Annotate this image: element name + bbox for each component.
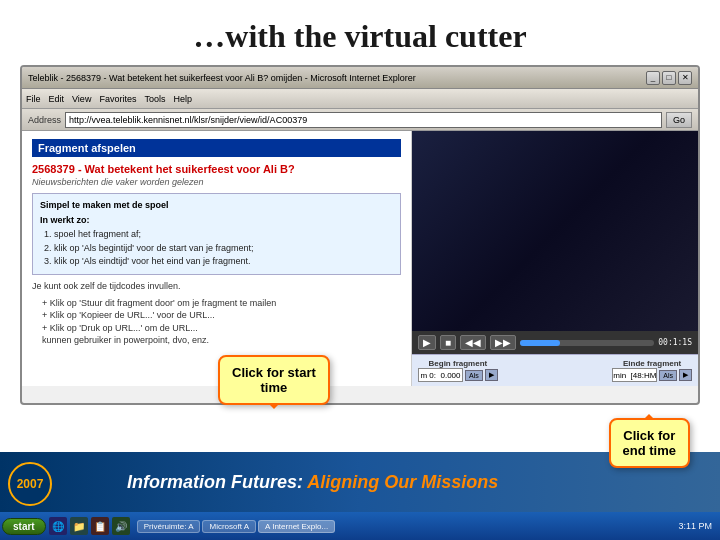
logo-text-block: Information Futures: Aligning Our Missio… (127, 472, 498, 493)
taskbar-clock: 3:11 PM (672, 521, 718, 531)
instructions-header: Simpel te maken met de spoel (40, 199, 393, 212)
menu-file[interactable]: File (26, 94, 41, 104)
progress-bar[interactable] (520, 340, 654, 346)
end-fragment-section: Einde fragment Als ▶ (612, 359, 692, 382)
bullet-4: kunnen gebruiker in powerpoint, dvo, enz… (42, 334, 401, 347)
step-2: klik op 'Als begintijd' voor de start va… (54, 242, 393, 255)
taskbar-icon-4: 🔊 (112, 517, 130, 535)
logo-aligning: Aligning Our Missions (307, 472, 498, 492)
browser-content: Fragment afspelen 2568379 - Wat betekent… (22, 131, 698, 386)
taskbar: start 🌐 📁 📋 🔊 Privéruimte: A Microsoft A… (0, 512, 720, 540)
browser-window-buttons: _ □ ✕ (646, 71, 692, 85)
end-fragment-input-row: Als ▶ (612, 368, 692, 382)
logo-space (65, 457, 115, 507)
toolbar-menu-items: File Edit View Favorites Tools Help (26, 94, 192, 104)
left-panel: Fragment afspelen 2568379 - Wat betekent… (22, 131, 412, 386)
taskbar-items: Privéruimte: A Microsoft A A Internet Ex… (137, 520, 670, 533)
end-fragment-label: Einde fragment (623, 359, 681, 368)
play-button[interactable]: ▶ (418, 335, 436, 350)
bullet-1: + Klik op 'Stuur dit fragment door' om j… (42, 297, 401, 310)
prev-button[interactable]: ◀◀ (460, 335, 486, 350)
begin-fragment-label: Begin fragment (429, 359, 488, 368)
menu-edit[interactable]: Edit (49, 94, 65, 104)
address-input[interactable] (65, 112, 662, 128)
close-button[interactable]: ✕ (678, 71, 692, 85)
taskbar-icon-2: 📁 (70, 517, 88, 535)
taskbar-system-icons: 🌐 📁 📋 🔊 (49, 517, 130, 535)
begin-fragment-section: Begin fragment Als ▶ (418, 359, 498, 382)
begin-fragment-input[interactable] (418, 368, 463, 382)
logo-information: Information Futures: (127, 472, 307, 492)
next-button[interactable]: ▶▶ (490, 335, 516, 350)
year-text: 2007 (17, 477, 44, 491)
bullet-2: + Klik op 'Kopieer de URL...' voor de UR… (42, 309, 401, 322)
article-title: 2568379 - Wat betekent het suikerfeest v… (32, 163, 401, 175)
right-panel: ▶ ■ ◀◀ ▶▶ 00:1:1S Begin fragment Als ▶ (412, 131, 698, 386)
taskbar-icon-3: 📋 (91, 517, 109, 535)
video-placeholder (412, 131, 698, 331)
address-label: Address (28, 115, 61, 125)
callout-start-time[interactable]: Click for starttime (218, 355, 330, 405)
menu-favorites[interactable]: Favorites (99, 94, 136, 104)
end-fragment-input[interactable] (612, 368, 657, 382)
begin-fragment-input-row: Als ▶ (418, 368, 498, 382)
begin-extra-button[interactable]: ▶ (485, 369, 498, 381)
browser-title-text: Teleblik - 2568379 - Wat betekent het su… (28, 73, 646, 83)
stop-button[interactable]: ■ (440, 335, 456, 350)
video-screen (412, 131, 698, 331)
menu-view[interactable]: View (72, 94, 91, 104)
step-3: klik op 'Als eindtijd' voor het eind van… (54, 255, 393, 268)
start-button[interactable]: start (2, 518, 46, 535)
end-extra-button[interactable]: ▶ (679, 369, 692, 381)
taskbar-item-1[interactable]: Privéruimte: A (137, 520, 201, 533)
bullet-3: + Klik op 'Druk op URL...' om de URL... (42, 322, 401, 335)
end-set-button[interactable]: Als (659, 370, 677, 381)
bullet-list: + Klik op 'Stuur dit fragment door' om j… (42, 297, 401, 347)
instructions-box: Simpel te maken met de spoel In werkt zo… (32, 193, 401, 275)
minimize-button[interactable]: _ (646, 71, 660, 85)
menu-tools[interactable]: Tools (144, 94, 165, 104)
maximize-button[interactable]: □ (662, 71, 676, 85)
browser-addressbar: Address Go (22, 109, 698, 131)
browser-toolbar: File Edit View Favorites Tools Help (22, 89, 698, 109)
slide-title: …with the virtual cutter (0, 0, 720, 65)
taskbar-icon-1: 🌐 (49, 517, 67, 535)
year-badge: 2007 (8, 462, 52, 506)
browser-titlebar: Teleblik - 2568379 - Wat betekent het su… (22, 67, 698, 89)
extra-text: Je kunt ook zelf de tijdcodes invullen. (32, 280, 401, 293)
browser-window: Teleblik - 2568379 - Wat betekent het su… (20, 65, 700, 405)
go-button[interactable]: Go (666, 112, 692, 128)
article-subtitle: Nieuwsberichten die vaker worden gelezen (32, 177, 401, 187)
fragment-controls: Begin fragment Als ▶ Einde fragment Als … (412, 354, 698, 386)
taskbar-item-3[interactable]: A Internet Explo... (258, 520, 335, 533)
menu-help[interactable]: Help (173, 94, 192, 104)
instructions-subheader: In werkt zo: (40, 214, 393, 227)
begin-set-button[interactable]: Als (465, 370, 483, 381)
time-display: 00:1:1S (658, 338, 692, 347)
steps-list: spoel het fragment af; klik op 'Als begi… (54, 228, 393, 268)
taskbar-item-2[interactable]: Microsoft A (202, 520, 256, 533)
step-1: spoel het fragment af; (54, 228, 393, 241)
callout-end-time[interactable]: Click forend time (609, 418, 690, 468)
progress-fill (520, 340, 560, 346)
fragment-title-bar: Fragment afspelen (32, 139, 401, 157)
video-controls-bar: ▶ ■ ◀◀ ▶▶ 00:1:1S (412, 331, 698, 354)
